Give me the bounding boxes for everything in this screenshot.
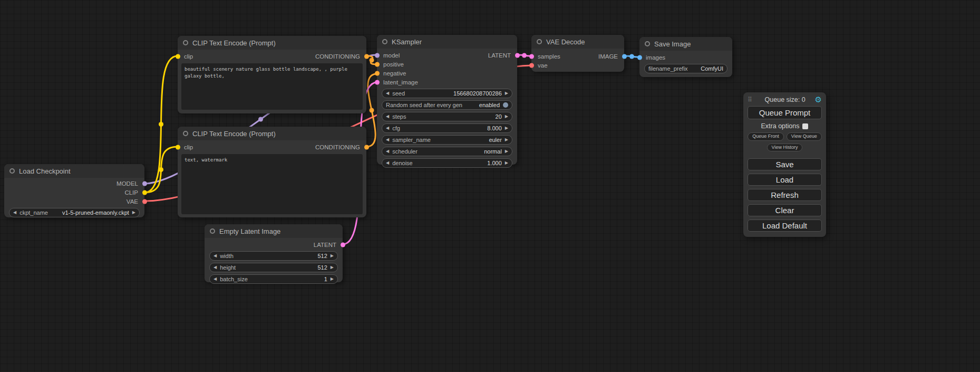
toggle-dot-icon[interactable] — [503, 102, 508, 108]
model-input-port[interactable] — [375, 53, 380, 58]
vae-output-port[interactable] — [142, 199, 147, 204]
queue-prompt-button[interactable]: Queue Prompt — [748, 106, 822, 119]
widget-height[interactable]: ◀ height 512 ▶ — [209, 263, 338, 272]
wire-midpoint-dot[interactable] — [159, 122, 163, 127]
image-output-port[interactable] — [622, 54, 627, 59]
view-queue-button[interactable]: View Queue — [787, 132, 822, 141]
wire-midpoint-dot[interactable] — [370, 58, 374, 63]
increment-arrow-icon[interactable]: ▶ — [505, 91, 508, 96]
widget-denoise[interactable]: ◀ denoise 1.000 ▶ — [382, 158, 512, 168]
node-empty-latent-image[interactable]: Empty Latent Image LATENT ◀ width 512 ▶ … — [205, 224, 343, 282]
refresh-button[interactable]: Refresh — [748, 189, 822, 201]
increment-arrow-icon[interactable]: ▶ — [331, 265, 334, 270]
decrement-arrow-icon[interactable]: ◀ — [386, 126, 389, 130]
increment-arrow-icon[interactable]: ▶ — [505, 149, 508, 154]
wire-midpoint-dot[interactable] — [370, 108, 374, 113]
decrement-arrow-icon[interactable]: ◀ — [386, 161, 389, 165]
increment-arrow-icon[interactable]: ▶ — [331, 277, 334, 281]
conditioning-output-port[interactable] — [364, 145, 369, 149]
drag-handle-icon[interactable]: ⠿ — [748, 96, 752, 103]
decrement-arrow-icon[interactable]: ◀ — [214, 265, 217, 270]
widget-value: v1-5-pruned-emaonly.ckpt — [62, 209, 129, 216]
node-title-bar[interactable]: Save Image — [639, 37, 732, 51]
increment-arrow-icon[interactable]: ▶ — [331, 254, 334, 258]
vae-input-port[interactable] — [529, 63, 534, 68]
widget-seed[interactable]: ◀ seed 156680208700286 ▶ — [382, 89, 512, 98]
widget-filename-prefix[interactable]: filename_prefix ComfyUI — [644, 64, 727, 73]
collapse-dot-icon[interactable] — [183, 40, 188, 45]
latent-image-input-port[interactable] — [375, 80, 380, 84]
increment-arrow-icon[interactable]: ▶ — [505, 115, 508, 119]
collapse-dot-icon[interactable] — [210, 228, 215, 234]
decrement-arrow-icon[interactable]: ◀ — [386, 115, 389, 119]
conditioning-output-port[interactable] — [364, 54, 369, 59]
widget-scheduler[interactable]: ◀ scheduler normal ▶ — [382, 147, 512, 156]
view-history-row: View History — [748, 144, 822, 152]
decrement-arrow-icon[interactable]: ◀ — [13, 211, 16, 215]
images-input-port[interactable] — [637, 55, 642, 60]
save-button[interactable]: Save — [748, 158, 822, 170]
node-vae-decode[interactable]: VAE Decode samples IMAGE vae — [531, 35, 624, 72]
widget-steps[interactable]: ◀ steps 20 ▶ — [382, 112, 512, 121]
clip-input-port[interactable] — [176, 145, 180, 149]
increment-arrow-icon[interactable]: ▶ — [132, 211, 135, 215]
prompt-textarea[interactable]: text, watermark — [181, 154, 363, 214]
increment-arrow-icon[interactable]: ▶ — [505, 161, 508, 165]
widget-label: filename_prefix — [648, 65, 688, 72]
collapse-dot-icon[interactable] — [537, 39, 542, 44]
node-title-bar[interactable]: Load Checkpoint — [4, 164, 144, 178]
gear-icon[interactable]: ⚙ — [815, 96, 822, 103]
widget-width[interactable]: ◀ width 512 ▶ — [209, 251, 338, 261]
slot-row: clip CONDITIONING — [178, 52, 366, 61]
negative-input-port[interactable] — [375, 71, 380, 75]
widget-cfg[interactable]: ◀ cfg 8.000 ▶ — [382, 123, 512, 133]
wire-midpoint-dot[interactable] — [629, 54, 634, 59]
node-title-bar[interactable]: CLIP Text Encode (Prompt) — [178, 127, 366, 140]
collapse-dot-icon[interactable] — [183, 131, 188, 136]
decrement-arrow-icon[interactable]: ◀ — [214, 277, 217, 281]
increment-arrow-icon[interactable]: ▶ — [505, 138, 508, 142]
node-clip-text-encode-negative[interactable]: CLIP Text Encode (Prompt) clip CONDITION… — [178, 127, 366, 217]
node-ksampler[interactable]: KSampler model LATENT positive negative … — [377, 35, 517, 165]
widget-random-seed[interactable]: Random seed after every gen enabled — [382, 100, 512, 110]
clear-button[interactable]: Clear — [748, 204, 822, 216]
load-button[interactable]: Load — [748, 174, 822, 186]
node-clip-text-encode-positive[interactable]: CLIP Text Encode (Prompt) clip CONDITION… — [178, 36, 366, 113]
clip-input-port[interactable] — [176, 54, 180, 59]
wire-midpoint-dot[interactable] — [522, 53, 527, 58]
node-title: Save Image — [654, 40, 691, 48]
node-title-bar[interactable]: KSampler — [377, 35, 517, 49]
collapse-dot-icon[interactable] — [9, 168, 15, 174]
widget-sampler-name[interactable]: ◀ sampler_name euler ▶ — [382, 135, 512, 145]
node-title-bar[interactable]: CLIP Text Encode (Prompt) — [178, 36, 366, 50]
latent-output-port[interactable] — [515, 53, 520, 58]
model-output-port[interactable] — [142, 181, 147, 186]
collapse-dot-icon[interactable] — [645, 41, 650, 46]
node-title-bar[interactable]: Empty Latent Image — [205, 224, 343, 238]
latent-output-port[interactable] — [341, 242, 345, 247]
samples-input-port[interactable] — [529, 54, 534, 59]
wire-midpoint-dot[interactable] — [159, 167, 163, 172]
decrement-arrow-icon[interactable]: ◀ — [386, 138, 389, 142]
queue-panel[interactable]: ⠿ Queue size: 0 ⚙ Queue Prompt Extra opt… — [743, 92, 826, 237]
node-load-checkpoint[interactable]: Load Checkpoint MODEL CLIP VAE ◀ ckpt_na… — [4, 164, 144, 217]
node-title-bar[interactable]: VAE Decode — [531, 35, 624, 49]
collapse-dot-icon[interactable] — [382, 39, 387, 44]
node-graph-canvas[interactable]: Load Checkpoint MODEL CLIP VAE ◀ ckpt_na… — [0, 0, 980, 372]
load-default-button[interactable]: Load Default — [748, 220, 822, 232]
wire-midpoint-dot[interactable] — [258, 117, 263, 122]
decrement-arrow-icon[interactable]: ◀ — [386, 91, 389, 96]
widget-batch-size[interactable]: ◀ batch_size 1 ▶ — [209, 274, 338, 284]
node-save-image[interactable]: Save Image images filename_prefix ComfyU… — [639, 37, 732, 77]
extra-options-checkbox[interactable] — [802, 123, 808, 129]
widget-value: normal — [484, 148, 502, 155]
clip-output-port[interactable] — [142, 190, 147, 195]
decrement-arrow-icon[interactable]: ◀ — [214, 254, 217, 258]
increment-arrow-icon[interactable]: ▶ — [505, 126, 508, 130]
prompt-textarea[interactable]: beautiful scenery nature glass bottle la… — [181, 63, 363, 110]
decrement-arrow-icon[interactable]: ◀ — [386, 149, 389, 154]
view-history-button[interactable]: View History — [767, 144, 803, 152]
queue-front-button[interactable]: Queue Front — [748, 132, 784, 141]
widget-ckpt-name[interactable]: ◀ ckpt_name v1-5-pruned-emaonly.ckpt ▶ — [9, 208, 140, 217]
positive-input-port[interactable] — [375, 62, 380, 66]
